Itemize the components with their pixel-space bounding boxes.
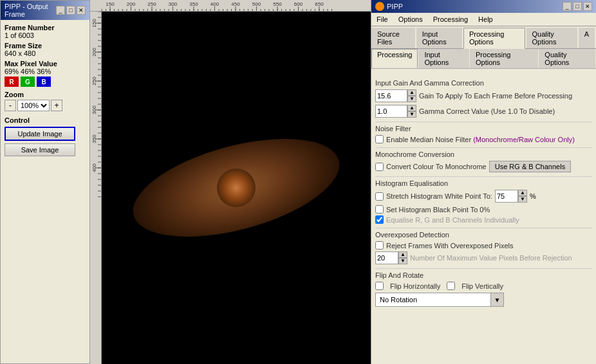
menu-file[interactable]: File [371,14,393,24]
flip-row: Flip Horizontally Flip Vertically [375,282,592,290]
zoom-plus-button[interactable]: + [51,100,62,111]
tab-quality-options-2[interactable]: Quality Options [539,49,595,68]
gain-row: 15.6 ▲ ▼ Gain To Apply To Each Frame Bef… [375,89,592,102]
zoom-select[interactable]: 100% 50% 200% [17,100,50,111]
equalise-checkbox[interactable] [375,215,384,224]
stretch-label: Stretch Histogram White Point To: [386,192,492,200]
output-frame-panel: PIPP - Output Frame _ □ ✕ Frame Number 1… [0,0,90,364]
menu-options[interactable]: Options [393,14,428,24]
image-viewport [90,0,371,364]
overexp-check-row: Reject Frames With Overexposed Pixels [375,241,592,250]
flip-horiz-label: Flip Horizontally [390,282,440,290]
rotation-value: No Rotation [376,295,490,305]
gain-input[interactable]: 15.6 [375,89,407,102]
zoom-section: Zoom - 100% 50% 200% + [5,91,86,111]
green-channel-button[interactable]: G [21,77,35,87]
frame-number-value: 1 of 6003 [5,32,86,39]
pipp-minimize-button[interactable]: _ [563,2,572,11]
overexp-suffix: Number Of Maximum Value Pixels Before Re… [410,254,592,262]
overexp-checkbox[interactable] [375,241,384,250]
blue-channel-button[interactable]: B [37,77,51,87]
overexp-value-input[interactable] [375,251,398,264]
tab-input-options[interactable]: Input Options [416,28,462,48]
stretch-value-input[interactable] [495,190,518,203]
close-button[interactable]: ✕ [77,6,86,15]
input-gain-section-header: Input Gain And Gamma Correction [375,77,592,87]
pipp-close-button[interactable]: ✕ [583,2,592,11]
flip-vert-label: Flip Vertically [461,282,503,290]
pipp-title-text: PIPP [387,3,403,10]
output-frame-title-bar: PIPP - Output Frame _ □ ✕ [1,1,89,20]
frame-size-value: 640 x 480 [5,50,86,57]
gain-up-arrow[interactable]: ▲ [407,89,416,96]
noise-filter-row: Enable Median Noise Filter (Monochrome/R… [375,135,592,143]
stretch-up-arrow[interactable]: ▲ [518,190,527,196]
overexp-up-arrow[interactable]: ▲ [398,251,407,258]
equalise-row: Equalise R, G and B Channels Individuall… [375,215,592,224]
noise-filter-checkbox[interactable] [375,135,384,143]
flip-vert-checkbox[interactable] [447,282,455,290]
tab-row-primary: Source Files Input Options Processing Op… [371,26,596,49]
gain-label: Gain To Apply To Each Frame Before Proce… [419,92,592,100]
monochrome-header: Monochrome Conversion [375,147,592,158]
gamma-down-arrow[interactable]: ▼ [407,111,416,118]
zoom-minus-button[interactable]: - [5,100,16,111]
gamma-up-arrow[interactable]: ▲ [407,105,416,111]
galaxy-image-area [102,12,371,364]
update-image-button[interactable]: Update Image [5,127,75,141]
max-pixel-values: 69% 46% 36% [5,68,86,75]
tab-quality-options[interactable]: Quality Options [526,28,577,48]
max-pixel-label: Max Pixel Value [5,60,86,68]
rotation-dropdown[interactable]: No Rotation ▼ [375,293,504,307]
tab-source-files[interactable]: Source Files [371,28,415,48]
minimize-button[interactable]: _ [56,6,65,15]
menu-bar: File Options Processing Help [371,13,596,26]
menu-help[interactable]: Help [473,14,498,24]
stretch-unit: % [530,192,536,200]
rgb-channels-button[interactable]: Use RG & B Channels [489,161,571,172]
flip-horiz-checkbox[interactable] [375,282,384,290]
frame-number-section: Frame Number 1 of 6003 [5,24,86,39]
left-ruler [90,12,102,364]
frame-size-section: Frame Size 640 x 480 [5,42,86,57]
control-label: Control [5,116,86,124]
tab-processing-options-2[interactable]: Processing Options [470,49,538,68]
top-ruler [90,0,371,12]
red-channel-button[interactable]: R [5,77,19,87]
output-frame-title: PIPP - Output Frame [5,3,56,18]
stretch-checkbox[interactable] [375,192,384,201]
monochrome-row: Convert Colour To Monochrome Use RG & B … [375,161,592,172]
menu-processing[interactable]: Processing [428,14,473,24]
rotation-row: No Rotation ▼ [375,293,592,307]
gamma-input[interactable]: 1.0 [375,105,407,118]
flip-rotate-header: Flip And Rotate [375,268,592,279]
tab-row-secondary: Processing Input Options Processing Opti… [371,49,596,69]
tab-input-options-2[interactable]: Input Options [418,49,469,68]
gamma-row: 1.0 ▲ ▼ Gamma Correct Value (Use 1.0 To … [375,105,592,118]
tab-processing[interactable]: Processing [371,49,418,68]
control-section: Control Update Image Save Image [5,116,86,156]
overexp-value-row: ▲ ▼ Number Of Maximum Value Pixels Befor… [375,251,592,264]
overexp-down-arrow[interactable]: ▼ [398,258,407,264]
tab-extra[interactable]: A [579,28,595,48]
stretch-down-arrow[interactable]: ▼ [518,196,527,203]
overexp-header: Overexposed Detection [375,228,592,239]
frame-size-label: Frame Size [5,42,86,50]
equalise-label: Equalise R, G and B Channels Individuall… [386,216,519,224]
noise-filter-header: Noise Filter [375,122,592,132]
zoom-label: Zoom [5,91,86,98]
gain-down-arrow[interactable]: ▼ [407,96,416,102]
pipp-panel: PIPP _ □ ✕ File Options Processing Help … [371,0,596,364]
tab-processing-options[interactable]: Processing Options [463,28,525,49]
channel-buttons: R G B [5,77,86,87]
black-point-checkbox[interactable] [375,205,384,214]
processing-options-content: Input Gain And Gamma Correction 15.6 ▲ ▼… [371,69,596,364]
save-image-button[interactable]: Save Image [5,143,75,156]
rotation-dropdown-arrow: ▼ [490,293,503,306]
black-point-label: Set Histogram Black Point To 0% [386,206,490,214]
frame-number-label: Frame Number [5,24,86,32]
maximize-button[interactable]: □ [66,6,75,15]
pipp-maximize-button[interactable]: □ [573,2,582,11]
monochrome-label: Convert Colour To Monochrome [386,163,487,170]
monochrome-checkbox[interactable] [375,163,384,171]
